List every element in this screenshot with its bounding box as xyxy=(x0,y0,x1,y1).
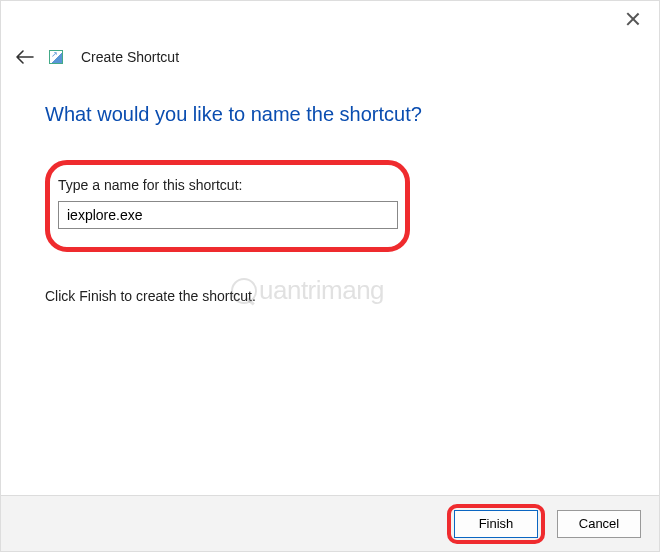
input-label: Type a name for this shortcut: xyxy=(58,177,391,193)
cancel-button[interactable]: Cancel xyxy=(557,510,641,538)
header-row: Create Shortcut xyxy=(1,41,659,75)
finish-button[interactable]: Finish xyxy=(454,510,538,538)
titlebar xyxy=(1,1,659,41)
close-icon[interactable] xyxy=(625,11,641,27)
back-arrow-icon[interactable] xyxy=(15,49,35,65)
window-title: Create Shortcut xyxy=(81,49,179,65)
shortcut-name-input[interactable] xyxy=(58,201,398,229)
instruction-text: Click Finish to create the shortcut. xyxy=(45,288,615,304)
highlighted-finish-wrap: Finish xyxy=(447,504,545,544)
highlighted-input-group: Type a name for this shortcut: xyxy=(45,160,410,252)
shortcut-icon xyxy=(49,50,63,64)
footer-bar: Finish Cancel xyxy=(1,495,659,551)
page-heading: What would you like to name the shortcut… xyxy=(45,103,615,126)
content-area: What would you like to name the shortcut… xyxy=(1,75,659,304)
